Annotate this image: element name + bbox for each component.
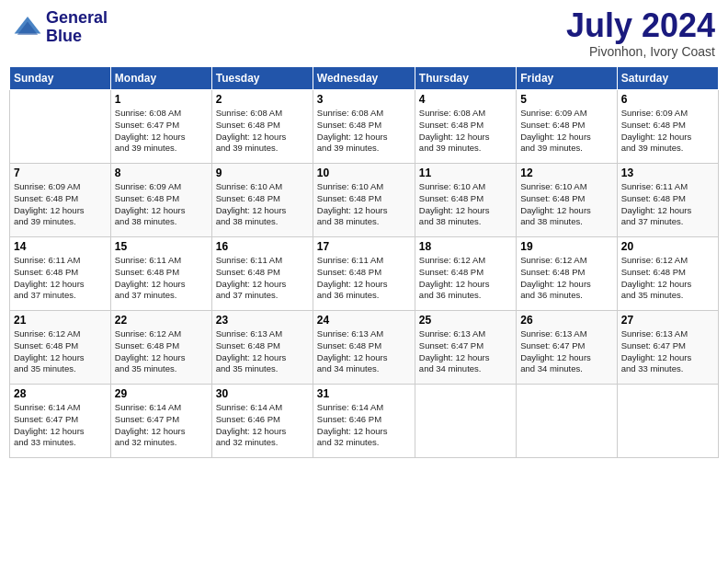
day-info: Sunrise: 6:13 AMSunset: 6:47 PMDaylight:… bbox=[621, 328, 714, 375]
day-info: Sunrise: 6:08 AMSunset: 6:48 PMDaylight:… bbox=[216, 108, 309, 155]
day-number: 31 bbox=[317, 387, 411, 400]
day-info: Sunrise: 6:11 AMSunset: 6:48 PMDaylight:… bbox=[216, 255, 309, 302]
day-info: Sunrise: 6:12 AMSunset: 6:48 PMDaylight:… bbox=[520, 255, 612, 302]
calendar-cell: 14Sunrise: 6:11 AMSunset: 6:48 PMDayligh… bbox=[10, 237, 111, 311]
calendar-cell: 3Sunrise: 6:08 AMSunset: 6:48 PMDaylight… bbox=[313, 90, 415, 164]
col-header-thursday: Thursday bbox=[415, 67, 516, 90]
col-header-sunday: Sunday bbox=[10, 67, 111, 90]
day-info: Sunrise: 6:09 AMSunset: 6:48 PMDaylight:… bbox=[621, 108, 714, 155]
day-number: 19 bbox=[520, 240, 612, 253]
day-number: 13 bbox=[621, 167, 714, 179]
day-number: 16 bbox=[216, 240, 309, 253]
calendar-cell: 7Sunrise: 6:09 AMSunset: 6:48 PMDaylight… bbox=[10, 164, 111, 237]
day-number: 8 bbox=[115, 167, 208, 179]
day-number: 3 bbox=[317, 93, 411, 106]
day-number: 30 bbox=[216, 387, 309, 400]
day-number: 18 bbox=[419, 240, 512, 253]
calendar-cell: 24Sunrise: 6:13 AMSunset: 6:48 PMDayligh… bbox=[313, 311, 415, 385]
calendar-cell bbox=[517, 385, 617, 458]
day-info: Sunrise: 6:13 AMSunset: 6:48 PMDaylight:… bbox=[216, 328, 309, 375]
day-info: Sunrise: 6:13 AMSunset: 6:47 PMDaylight:… bbox=[419, 328, 512, 375]
calendar-cell: 31Sunrise: 6:14 AMSunset: 6:46 PMDayligh… bbox=[313, 385, 415, 458]
calendar-cell: 18Sunrise: 6:12 AMSunset: 6:48 PMDayligh… bbox=[415, 237, 516, 311]
day-info: Sunrise: 6:14 AMSunset: 6:46 PMDaylight:… bbox=[216, 402, 309, 449]
col-header-monday: Monday bbox=[110, 67, 211, 90]
day-number: 23 bbox=[216, 314, 309, 327]
day-info: Sunrise: 6:10 AMSunset: 6:48 PMDaylight:… bbox=[317, 181, 411, 228]
col-header-wednesday: Wednesday bbox=[313, 67, 415, 90]
day-info: Sunrise: 6:08 AMSunset: 6:48 PMDaylight:… bbox=[317, 108, 411, 155]
calendar-cell: 21Sunrise: 6:12 AMSunset: 6:48 PMDayligh… bbox=[10, 311, 111, 385]
day-info: Sunrise: 6:12 AMSunset: 6:48 PMDaylight:… bbox=[419, 255, 512, 302]
day-number: 7 bbox=[14, 167, 107, 179]
day-info: Sunrise: 6:09 AMSunset: 6:48 PMDaylight:… bbox=[115, 181, 208, 228]
calendar-cell: 19Sunrise: 6:12 AMSunset: 6:48 PMDayligh… bbox=[517, 237, 617, 311]
calendar-cell: 27Sunrise: 6:13 AMSunset: 6:47 PMDayligh… bbox=[617, 311, 718, 385]
calendar-cell: 9Sunrise: 6:10 AMSunset: 6:48 PMDaylight… bbox=[211, 164, 313, 237]
calendar-cell: 20Sunrise: 6:12 AMSunset: 6:48 PMDayligh… bbox=[617, 237, 718, 311]
day-info: Sunrise: 6:08 AMSunset: 6:48 PMDaylight:… bbox=[419, 108, 512, 155]
day-info: Sunrise: 6:11 AMSunset: 6:48 PMDaylight:… bbox=[14, 255, 107, 302]
day-number: 12 bbox=[520, 167, 612, 179]
calendar-cell: 10Sunrise: 6:10 AMSunset: 6:48 PMDayligh… bbox=[313, 164, 415, 237]
calendar-cell: 4Sunrise: 6:08 AMSunset: 6:48 PMDaylight… bbox=[415, 90, 516, 164]
calendar-cell: 8Sunrise: 6:09 AMSunset: 6:48 PMDaylight… bbox=[110, 164, 211, 237]
day-number: 22 bbox=[115, 314, 208, 327]
day-number: 27 bbox=[621, 314, 714, 327]
logo-line1: General bbox=[46, 9, 108, 28]
calendar-cell: 11Sunrise: 6:10 AMSunset: 6:48 PMDayligh… bbox=[415, 164, 516, 237]
day-info: Sunrise: 6:12 AMSunset: 6:48 PMDaylight:… bbox=[115, 328, 208, 375]
calendar-cell bbox=[617, 385, 718, 458]
day-number: 15 bbox=[115, 240, 208, 253]
day-info: Sunrise: 6:08 AMSunset: 6:47 PMDaylight:… bbox=[115, 108, 208, 155]
header: General Blue July 2024 Pivonhon, Ivory C… bbox=[9, 9, 719, 59]
day-info: Sunrise: 6:14 AMSunset: 6:47 PMDaylight:… bbox=[115, 402, 208, 449]
day-info: Sunrise: 6:10 AMSunset: 6:48 PMDaylight:… bbox=[216, 181, 309, 228]
calendar-cell: 23Sunrise: 6:13 AMSunset: 6:48 PMDayligh… bbox=[211, 311, 313, 385]
day-number: 11 bbox=[419, 167, 512, 179]
day-info: Sunrise: 6:09 AMSunset: 6:48 PMDaylight:… bbox=[14, 181, 107, 228]
col-header-tuesday: Tuesday bbox=[211, 67, 313, 90]
day-info: Sunrise: 6:14 AMSunset: 6:47 PMDaylight:… bbox=[14, 402, 107, 449]
calendar-table: SundayMondayTuesdayWednesdayThursdayFrid… bbox=[9, 66, 719, 458]
logo-icon bbox=[13, 13, 42, 42]
calendar-cell: 1Sunrise: 6:08 AMSunset: 6:47 PMDaylight… bbox=[110, 90, 211, 164]
calendar-cell: 25Sunrise: 6:13 AMSunset: 6:47 PMDayligh… bbox=[415, 311, 516, 385]
day-info: Sunrise: 6:11 AMSunset: 6:48 PMDaylight:… bbox=[621, 181, 714, 228]
day-info: Sunrise: 6:14 AMSunset: 6:46 PMDaylight:… bbox=[317, 402, 411, 449]
calendar-cell: 13Sunrise: 6:11 AMSunset: 6:48 PMDayligh… bbox=[617, 164, 718, 237]
calendar-cell: 6Sunrise: 6:09 AMSunset: 6:48 PMDaylight… bbox=[617, 90, 718, 164]
day-info: Sunrise: 6:10 AMSunset: 6:48 PMDaylight:… bbox=[520, 181, 612, 228]
day-info: Sunrise: 6:09 AMSunset: 6:48 PMDaylight:… bbox=[520, 108, 612, 155]
day-number: 24 bbox=[317, 314, 411, 327]
calendar-cell: 15Sunrise: 6:11 AMSunset: 6:48 PMDayligh… bbox=[110, 237, 211, 311]
calendar-cell: 22Sunrise: 6:12 AMSunset: 6:48 PMDayligh… bbox=[110, 311, 211, 385]
calendar-cell: 30Sunrise: 6:14 AMSunset: 6:46 PMDayligh… bbox=[211, 385, 313, 458]
calendar-cell: 16Sunrise: 6:11 AMSunset: 6:48 PMDayligh… bbox=[211, 237, 313, 311]
calendar-cell: 26Sunrise: 6:13 AMSunset: 6:47 PMDayligh… bbox=[517, 311, 617, 385]
location: Pivonhon, Ivory Coast bbox=[566, 44, 715, 59]
title-area: July 2024 Pivonhon, Ivory Coast bbox=[566, 9, 715, 59]
calendar-cell: 29Sunrise: 6:14 AMSunset: 6:47 PMDayligh… bbox=[110, 385, 211, 458]
day-number: 25 bbox=[419, 314, 512, 327]
calendar-cell bbox=[415, 385, 516, 458]
day-info: Sunrise: 6:11 AMSunset: 6:48 PMDaylight:… bbox=[317, 255, 411, 302]
day-number: 2 bbox=[216, 93, 309, 106]
day-number: 9 bbox=[216, 167, 309, 179]
calendar-cell: 17Sunrise: 6:11 AMSunset: 6:48 PMDayligh… bbox=[313, 237, 415, 311]
day-number: 5 bbox=[520, 93, 612, 106]
day-number: 4 bbox=[419, 93, 512, 106]
day-number: 21 bbox=[14, 314, 107, 327]
calendar-cell: 12Sunrise: 6:10 AMSunset: 6:48 PMDayligh… bbox=[517, 164, 617, 237]
day-number: 14 bbox=[14, 240, 107, 253]
calendar-cell: 5Sunrise: 6:09 AMSunset: 6:48 PMDaylight… bbox=[517, 90, 617, 164]
calendar-cell bbox=[10, 90, 111, 164]
day-info: Sunrise: 6:12 AMSunset: 6:48 PMDaylight:… bbox=[621, 255, 714, 302]
day-number: 6 bbox=[621, 93, 714, 106]
day-number: 10 bbox=[317, 167, 411, 179]
calendar-cell: 28Sunrise: 6:14 AMSunset: 6:47 PMDayligh… bbox=[10, 385, 111, 458]
logo: General Blue bbox=[13, 9, 108, 46]
day-number: 20 bbox=[621, 240, 714, 253]
logo-line2: Blue bbox=[46, 28, 108, 46]
day-number: 17 bbox=[317, 240, 411, 253]
